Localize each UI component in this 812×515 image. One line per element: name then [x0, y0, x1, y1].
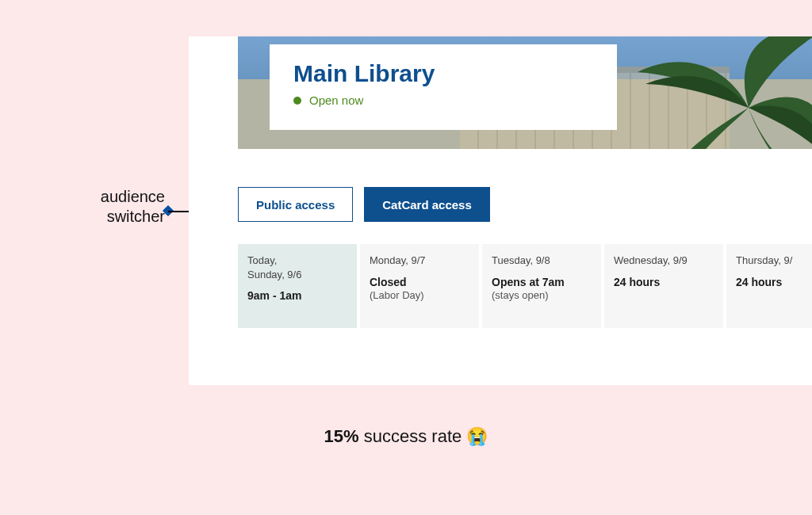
caption-rest: success rate — [359, 426, 467, 446]
public-access-label: Public access — [256, 198, 335, 212]
palm-tree-image — [630, 36, 812, 149]
day-label: Tuesday, 9/8 — [492, 254, 592, 268]
catcard-access-button[interactable]: CatCard access — [364, 187, 490, 222]
day-hours: Closed — [370, 276, 469, 288]
status-text: Open now — [309, 93, 363, 107]
annotation-line-1: audience — [46, 187, 165, 207]
day-note: (Labor Day) — [370, 289, 469, 301]
day-hours: Opens at 7am — [492, 276, 592, 288]
day-note: (stays open) — [492, 289, 592, 301]
status-row: Open now — [293, 93, 593, 107]
caption: 15% success rate 😭 — [0, 426, 812, 447]
day-hours: 24 hours — [736, 276, 812, 288]
day-card: Tuesday, 9/8 Opens at 7am (stays open) — [482, 244, 601, 328]
day-card: Wednesday, 9/9 24 hours — [604, 244, 723, 328]
day-hours: 9am - 1am — [247, 289, 347, 302]
caption-bold: 15% — [324, 426, 359, 446]
screenshot-panel: Main Library Open now Public access CatC… — [189, 36, 812, 385]
day-label: Monday, 9/7 — [370, 254, 469, 268]
day-label: Thursday, 9/ — [736, 254, 812, 268]
annotation-label: audience switcher — [46, 187, 165, 227]
public-access-button[interactable]: Public access — [238, 187, 353, 222]
day-card-today: Today, Sunday, 9/6 9am - 1am — [238, 244, 357, 328]
day-label: Wednesday, 9/9 — [614, 254, 714, 268]
day-label: Today, Sunday, 9/6 — [247, 254, 347, 281]
hero-banner: Main Library Open now — [238, 36, 812, 149]
day-hours: 24 hours — [614, 276, 714, 288]
catcard-access-label: CatCard access — [382, 198, 472, 212]
annotation-line-2: switcher — [46, 207, 165, 227]
day-card: Monday, 9/7 Closed (Labor Day) — [360, 244, 479, 328]
status-dot-icon — [293, 97, 301, 105]
day-card: Thursday, 9/ 24 hours — [726, 244, 812, 328]
audience-switcher: Public access CatCard access — [238, 187, 490, 222]
schedule-row: Today, Sunday, 9/6 9am - 1am Monday, 9/7… — [238, 244, 812, 328]
library-title: Main Library — [293, 60, 593, 87]
title-card: Main Library Open now — [270, 44, 617, 130]
crying-emoji-icon: 😭 — [466, 426, 488, 446]
